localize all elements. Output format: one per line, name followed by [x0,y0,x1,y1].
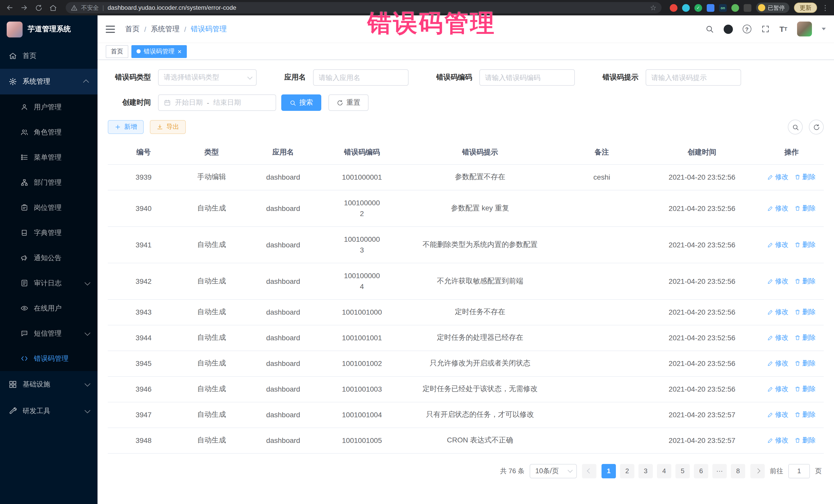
error-type-select[interactable]: 请选择错误码类型 [158,69,257,86]
sidebar-item-positions[interactable]: 岗位管理 [0,195,97,220]
extension-icon-red[interactable] [670,4,678,12]
edit-button[interactable]: 修改 [767,333,788,342]
start-date-placeholder[interactable]: 开始日期 [175,98,203,107]
sidebar-item-system[interactable]: 系统管理 [0,69,97,94]
sidebar-item-label: 角色管理 [34,128,62,137]
tab-error-codes[interactable]: 错误码管理 [131,45,186,58]
avatar-caret-icon[interactable] [822,28,826,30]
cell-remark: ceshi [559,164,645,190]
sidebar-item-dev-tools[interactable]: 研发工具 [0,398,97,424]
edit-button[interactable]: 修改 [767,436,788,445]
address-bar[interactable]: 不安全 | dashboard.yudao.iocoder.cn/system/… [66,2,662,13]
bookmark-star-icon[interactable] [650,3,656,12]
delete-button[interactable]: 删除 [794,385,815,394]
extensions-puzzle-icon[interactable] [744,4,751,12]
collapse-sidebar-icon[interactable] [106,25,115,32]
breadcrumb-system[interactable]: 系统管理 [151,24,180,34]
browser-update-button[interactable]: 更新 [794,3,817,13]
edit-button[interactable]: 修改 [767,385,788,394]
date-range-picker[interactable]: 开始日期 - 结束日期 [158,94,276,111]
goto-page-input[interactable] [788,464,810,478]
page-button[interactable]: 2 [620,464,634,478]
edit-button[interactable]: 修改 [767,203,788,213]
browser-menu-icon[interactable] [822,3,829,12]
sidebar-item-menus[interactable]: 菜单管理 [0,145,97,170]
sidebar-item-dictionaries[interactable]: 字典管理 [0,220,97,245]
delete-button[interactable]: 删除 [794,307,815,317]
help-icon[interactable] [742,25,751,34]
extension-icon-leaf[interactable] [731,4,739,12]
sidebar-item-online-users[interactable]: 在线用户 [0,295,97,321]
edit-button[interactable]: 修改 [767,172,788,182]
sidebar-item-audit-log[interactable]: 审计日志 [0,270,97,295]
end-date-placeholder[interactable]: 结束日期 [213,98,241,107]
pencil-icon [767,412,773,418]
breadcrumb-home[interactable]: 首页 [125,24,139,34]
error-hint-input[interactable] [651,74,736,81]
extension-icon-teal[interactable] [682,4,690,12]
user-avatar[interactable] [797,22,812,37]
profile-paused-badge[interactable]: 已暂停 [756,3,789,13]
cell-ops: 修改删除 [759,299,824,325]
edit-button[interactable]: 修改 [767,240,788,249]
search-button[interactable]: 搜索 [281,94,321,111]
delete-button[interactable]: 删除 [794,172,815,182]
edit-button[interactable]: 修改 [767,277,788,286]
delete-button[interactable]: 删除 [794,436,815,445]
toggle-search-button[interactable] [788,119,803,134]
extension-icon-green-check[interactable]: ✓ [695,4,702,12]
cell-remark [559,325,645,351]
search-icon[interactable] [705,25,714,34]
sidebar-item-home[interactable]: 首页 [0,43,97,69]
sidebar-item-infrastructure[interactable]: 基础设施 [0,371,97,398]
tab-home[interactable]: 首页 [106,45,128,58]
font-size-icon[interactable] [780,25,787,34]
delete-button[interactable]: 删除 [794,333,815,342]
app-name-input[interactable] [319,74,403,81]
next-page-button[interactable] [750,464,765,478]
home-icon[interactable] [48,3,58,12]
fullscreen-icon[interactable] [761,25,770,34]
sidebar-item-notices[interactable]: 通知公告 [0,245,97,270]
sidebar-item-sms[interactable]: 短信管理 [0,321,97,346]
refresh-table-button[interactable] [809,119,824,134]
logo-image [7,21,23,37]
error-code-input[interactable] [485,74,569,81]
page-button[interactable]: 5 [675,464,690,478]
delete-button[interactable]: 删除 [794,410,815,419]
edit-button[interactable]: 修改 [767,410,788,419]
edit-button[interactable]: 修改 [767,307,788,317]
reset-button[interactable]: 重置 [328,94,369,111]
page-size-select[interactable]: 10条/页 [530,464,577,478]
export-button[interactable]: 导出 [150,120,186,134]
sidebar-item-users[interactable]: 用户管理 [0,94,97,119]
add-button[interactable]: 新增 [108,120,144,134]
delete-button[interactable]: 删除 [794,277,815,286]
extension-icon-blue-grid[interactable] [707,4,715,12]
security-label[interactable]: 不安全 [81,4,99,12]
table-row: 3946 自动生成 dashboard 1001001003 定时任务已经处于该… [108,376,824,402]
page-ellipsis[interactable]: ··· [712,464,727,478]
github-icon[interactable] [723,24,733,34]
page-button[interactable]: 3 [638,464,653,478]
sidebar-logo[interactable]: 芋道管理系统 [0,15,97,43]
sidebar-item-departments[interactable]: 部门管理 [0,170,97,195]
close-tab-icon[interactable] [178,47,181,55]
delete-button[interactable]: 删除 [794,203,815,213]
column-header: 编号 [108,140,179,164]
url-text[interactable]: dashboard.yudao.iocoder.cn/system/error-… [108,4,646,11]
delete-button[interactable]: 删除 [794,240,815,249]
delete-button[interactable]: 删除 [794,359,815,368]
page-button[interactable]: 6 [694,464,708,478]
page-button[interactable]: 8 [731,464,745,478]
sidebar-item-roles[interactable]: 角色管理 [0,119,97,145]
prev-page-button[interactable] [582,464,596,478]
extension-icon-on-badge[interactable]: on [719,4,727,12]
back-icon[interactable] [5,3,14,12]
page-button[interactable]: 1 [601,464,616,478]
sidebar-item-error-codes[interactable]: 错误码管理 [0,346,97,371]
reload-icon[interactable] [34,3,43,12]
page-button[interactable]: 4 [657,464,671,478]
forward-icon[interactable] [20,3,29,12]
edit-button[interactable]: 修改 [767,359,788,368]
